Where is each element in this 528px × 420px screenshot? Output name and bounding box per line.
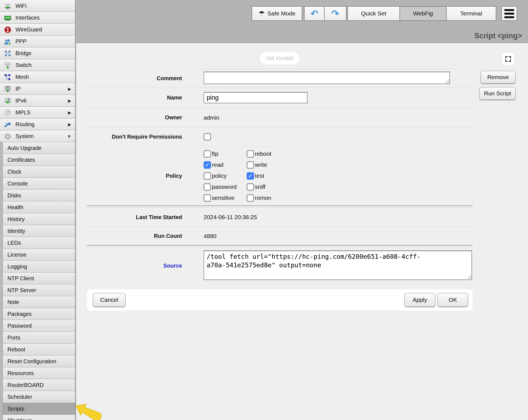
sidebar-item-ports[interactable]: Ports	[3, 332, 75, 344]
remove-button[interactable]: Remove	[481, 71, 516, 84]
owner-value: admin	[204, 114, 219, 121]
sidebar-item-identity[interactable]: Identity	[3, 225, 75, 237]
policy-checkbox-grid: ftpreboot✓readwritepolicy✓testpasswordsn…	[204, 147, 271, 205]
sidebar-item-clock[interactable]: Clock	[3, 166, 75, 178]
page-title: Script <ping>	[474, 32, 522, 40]
sidebar-item-interfaces[interactable]: Interfaces	[0, 12, 75, 24]
policy-checkbox-password[interactable]	[204, 183, 211, 191]
system-icon	[4, 133, 12, 140]
dont-require-permissions-label: Don't Require Permissions	[87, 134, 182, 140]
sidebar-item-leds[interactable]: LEDs	[3, 237, 75, 249]
sidebar-item-routerboard[interactable]: RouterBOARD	[3, 379, 75, 391]
policy-checkbox-label: test	[255, 173, 264, 179]
sidebar-item-health[interactable]: Health	[3, 201, 75, 213]
comment-input[interactable]	[204, 72, 450, 84]
sidebar-item-ip[interactable]: 255IP▶	[0, 83, 75, 95]
sidebar-item-reboot[interactable]: Reboot	[3, 344, 75, 356]
apply-button[interactable]: Apply	[404, 293, 435, 307]
menu-button[interactable]	[501, 6, 517, 21]
comment-row: Comment	[87, 69, 473, 88]
main-content: not invalid Remove Run Script Comment Na…	[76, 43, 528, 420]
sidebar-item-label: Identity	[7, 228, 25, 234]
sidebar-item-wifi[interactable]: WiFi	[0, 0, 75, 12]
policy-checkbox-sensitive[interactable]	[204, 194, 211, 202]
policy-checkbox-write[interactable]	[247, 161, 254, 169]
undo-button[interactable]: ↶	[304, 6, 325, 21]
sidebar-item-bridge[interactable]: Bridge	[0, 47, 75, 59]
policy-checkbox-read[interactable]: ✓	[204, 161, 211, 169]
policy-option-password: password	[204, 183, 247, 191]
policy-checkbox-reboot[interactable]	[247, 150, 254, 158]
sidebar-item-wireguard[interactable]: WireGuard	[0, 24, 75, 36]
owner-row: Owner admin	[87, 107, 473, 127]
sidebar-item-label: Reboot	[7, 346, 25, 353]
sidebar-item-shutdown[interactable]: Shutdown	[3, 415, 75, 420]
sidebar-item-console[interactable]: Console	[3, 178, 75, 190]
cancel-button[interactable]: Cancel	[93, 293, 126, 307]
safe-mode-button[interactable]: ☂ Safe Mode	[252, 6, 302, 21]
redo-icon: ↷	[331, 9, 339, 18]
chevron-right-icon: ▶	[68, 110, 71, 115]
sidebar-item-auto-upgrade[interactable]: Auto Upgrade	[3, 142, 75, 154]
tab-webfig[interactable]: WebFig	[399, 6, 447, 21]
sidebar-item-label: History	[7, 216, 25, 222]
sidebar-item-mesh[interactable]: Mesh	[0, 71, 75, 83]
sidebar-item-scripts[interactable]: Scripts	[3, 403, 75, 415]
sidebar-item-label: Shutdown	[7, 418, 32, 420]
sidebar-item-system[interactable]: System▼	[0, 130, 75, 142]
sidebar-item-certificates[interactable]: Certificates	[3, 154, 75, 166]
sidebar-item-note[interactable]: Note	[3, 296, 75, 308]
chevron-right-icon: ▶	[68, 98, 71, 103]
ok-button[interactable]: OK	[438, 293, 468, 307]
sidebar-item-label: Bridge	[15, 50, 31, 56]
sidebar-item-routing[interactable]: Routing▶	[0, 119, 75, 130]
sidebar-item-ntp-client[interactable]: NTP Client	[3, 273, 75, 284]
source-textarea[interactable]: /tool fetch url="https://hc-ping.com/620…	[204, 251, 472, 280]
policy-checkbox-romon[interactable]	[247, 194, 254, 202]
sidebar-item-disks[interactable]: Disks	[3, 190, 75, 201]
source-row: Source /tool fetch url="https://hc-ping.…	[87, 247, 473, 284]
redo-button[interactable]: ↷	[324, 6, 346, 21]
policy-checkbox-ftp[interactable]	[204, 150, 211, 158]
sidebar-item-history[interactable]: History	[3, 213, 75, 225]
tab-quick-set[interactable]: Quick Set	[347, 6, 400, 21]
sidebar-item-reset-configuration[interactable]: Reset Configuration	[3, 356, 75, 367]
sidebar-item-ipv6[interactable]: 6IPv6▶	[0, 95, 75, 107]
sidebar-item-logging[interactable]: Logging	[3, 261, 75, 273]
sidebar-item-packages[interactable]: Packages	[3, 308, 75, 320]
sidebar-item-mpls[interactable]: MPLS▶	[0, 107, 75, 119]
sidebar-item-label: IPv6	[15, 98, 26, 104]
dont-require-permissions-checkbox[interactable]	[204, 133, 211, 141]
sidebar-item-label: Auto Upgrade	[7, 145, 41, 151]
action-bar: Cancel Apply OK	[87, 289, 473, 311]
sidebar-item-ntp-server[interactable]: NTP Server	[3, 284, 75, 296]
last-time-started-row: Last Time Started 2024-06-11 20:36:25	[87, 208, 473, 227]
policy-checkbox-policy[interactable]	[204, 172, 211, 180]
tab-terminal[interactable]: Terminal	[446, 6, 496, 21]
policy-checkbox-label: read	[212, 161, 223, 168]
sidebar-item-resources[interactable]: Resources	[3, 367, 75, 379]
sidebar-item-label: Clock	[7, 169, 21, 175]
policy-checkbox-test[interactable]: ✓	[247, 172, 254, 180]
chevron-right-icon: ▶	[68, 87, 71, 91]
policy-checkbox-label: policy	[212, 173, 227, 179]
sidebar-item-label: LEDs	[7, 240, 21, 246]
policy-checkbox-sniff[interactable]	[247, 183, 254, 191]
sidebar-item-label: Scheduler	[7, 394, 32, 400]
name-input[interactable]	[204, 92, 308, 103]
sidebar-item-label: Reset Configuration	[7, 358, 56, 365]
sidebar-item-password[interactable]: Password	[3, 320, 75, 332]
sidebar-item-ppp[interactable]: PPP	[0, 36, 75, 47]
sidebar-item-license[interactable]: License	[3, 249, 75, 261]
run-script-button[interactable]: Run Script	[479, 87, 516, 100]
sidebar-item-switch[interactable]: Switch	[0, 59, 75, 71]
fullscreen-button[interactable]	[502, 53, 514, 65]
policy-label: Policy	[87, 173, 182, 179]
routing-icon	[4, 121, 12, 128]
sidebar-item-label: Packages	[7, 311, 32, 317]
sidebar-item-scheduler[interactable]: Scheduler	[3, 391, 75, 403]
fullscreen-icon	[505, 55, 512, 63]
sidebar-item-label: System	[15, 133, 34, 139]
sidebar-item-label: Routing	[15, 121, 34, 128]
dont-require-permissions-row: Don't Require Permissions	[87, 127, 473, 146]
